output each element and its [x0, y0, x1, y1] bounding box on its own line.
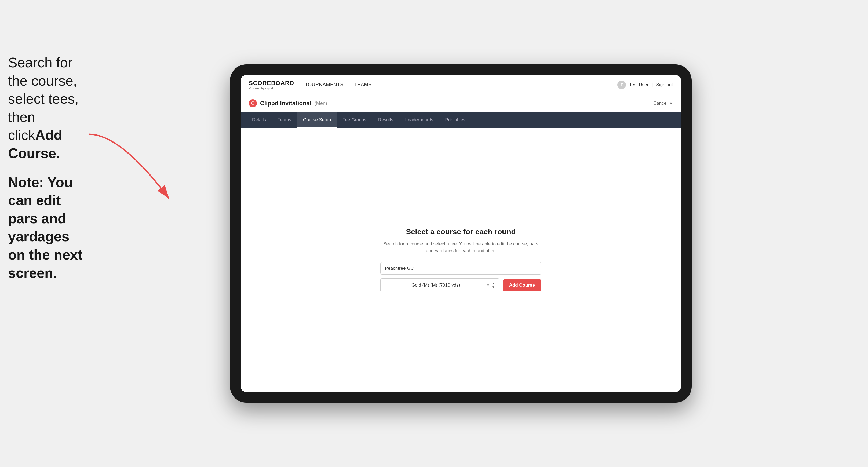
cancel-button[interactable]: Cancel ✕ [653, 101, 673, 106]
annotation-text-2: Note: You can edit pars and yardages on … [8, 174, 89, 282]
tee-select-controls: ▲ ▼ [492, 282, 495, 289]
nav-teams[interactable]: TEAMS [354, 82, 372, 88]
course-select-card: Select a course for each round Search fo… [380, 227, 541, 292]
separator: | [652, 82, 653, 88]
main-nav: TOURNAMENTS TEAMS [305, 82, 372, 88]
card-title: Select a course for each round [380, 227, 541, 236]
tournament-type: (Men) [315, 101, 327, 106]
tee-clear-button[interactable]: × [487, 283, 490, 288]
user-avatar: T [617, 81, 626, 89]
tab-navigation: Details Teams Course Setup Tee Groups Re… [241, 113, 681, 128]
nav-left: SCOREBOARD Powered by clippd TOURNAMENTS… [249, 80, 372, 90]
sign-out-link[interactable]: Sign out [656, 82, 673, 88]
tab-course-setup[interactable]: Course Setup [297, 113, 337, 128]
logo-text: SCOREBOARD [249, 80, 294, 87]
main-content: Select a course for each round Search fo… [241, 128, 681, 392]
annotation-bold: Add Course. [8, 127, 62, 161]
tab-results[interactable]: Results [372, 113, 399, 128]
add-course-button[interactable]: Add Course [503, 279, 541, 291]
course-search-input[interactable] [380, 262, 541, 275]
cancel-icon: ✕ [669, 101, 673, 106]
nav-tournaments[interactable]: TOURNAMENTS [305, 82, 344, 88]
card-description: Search for a course and select a tee. Yo… [380, 241, 541, 254]
top-navigation: SCOREBOARD Powered by clippd TOURNAMENTS… [241, 75, 681, 94]
annotation-area: Search for the course, select tees, then… [8, 54, 89, 282]
tab-details[interactable]: Details [246, 113, 272, 128]
tournament-header: C Clippd Invitational (Men) Cancel ✕ [241, 94, 681, 113]
logo-sub: Powered by clippd [249, 87, 294, 90]
tee-select-wrapper[interactable]: Gold (M) (M) (7010 yds) × ▲ ▼ [380, 278, 499, 292]
tab-printables[interactable]: Printables [439, 113, 472, 128]
tournament-icon: C [249, 99, 257, 107]
cancel-label: Cancel [653, 101, 668, 106]
tee-arrow-up[interactable]: ▲ [492, 282, 495, 285]
nav-right: T Test User | Sign out [617, 81, 673, 89]
tablet-device: SCOREBOARD Powered by clippd TOURNAMENTS… [230, 64, 692, 403]
logo: SCOREBOARD Powered by clippd [249, 80, 294, 90]
tablet-screen: SCOREBOARD Powered by clippd TOURNAMENTS… [241, 75, 681, 392]
tournament-title-area: C Clippd Invitational (Men) [249, 99, 327, 107]
user-name: Test User [629, 82, 648, 88]
tab-tee-groups[interactable]: Tee Groups [337, 113, 372, 128]
tee-select-row: Gold (M) (M) (7010 yds) × ▲ ▼ Add Course [380, 278, 541, 292]
tee-select-value: Gold (M) (M) (7010 yds) [385, 283, 487, 288]
tab-teams[interactable]: Teams [272, 113, 297, 128]
annotation-text-1: Search for the course, select tees, then… [8, 54, 89, 163]
tournament-name: Clippd Invitational [260, 100, 311, 107]
tab-leaderboards[interactable]: Leaderboards [399, 113, 439, 128]
tee-arrow-down[interactable]: ▼ [492, 286, 495, 289]
